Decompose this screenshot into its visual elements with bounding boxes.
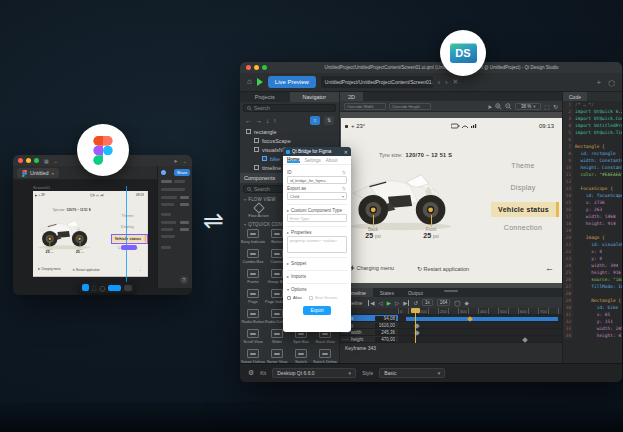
record-icon[interactable]: ◯ xyxy=(454,300,460,306)
close-icon[interactable]: ✕ xyxy=(344,149,348,155)
section-snippet[interactable]: ▸Snippet xyxy=(287,257,347,266)
reset-view-icon[interactable]: ↻ xyxy=(553,103,558,110)
design-tab[interactable] xyxy=(161,180,172,183)
track-lane[interactable] xyxy=(398,336,562,342)
track-value[interactable]: 1616,00 xyxy=(375,323,396,328)
dialog-titlebar[interactable]: Qt Bridge for Figma ✕ xyxy=(283,147,351,156)
track-lane[interactable] xyxy=(398,329,562,335)
charging-menu-button[interactable]: Charging menu xyxy=(38,267,61,270)
menu-item-connection[interactable]: Connection xyxy=(487,224,559,231)
zoom-out-icon[interactable] xyxy=(505,103,512,110)
code-lines[interactable]: 1/* … */2import QtQuick 6.23import QtQui… xyxy=(563,101,622,363)
tab-code[interactable]: Code xyxy=(563,92,587,101)
tab-settings[interactable]: Settings xyxy=(305,158,321,163)
component-page[interactable]: Page xyxy=(241,288,265,308)
go-forward-button[interactable]: › xyxy=(445,79,447,86)
tab-output[interactable]: Output xyxy=(401,288,430,297)
component-busy-indicator[interactable]: Busy Indicator xyxy=(241,228,265,248)
ds-design-canvas[interactable]: + 23° 09:13 Tyre size:120/70 – 12 51 S xyxy=(341,118,562,283)
menu-item-theme[interactable]: Theme xyxy=(487,162,559,169)
section-options[interactable]: ▾Options xyxy=(287,283,347,292)
tab-about[interactable]: About xyxy=(326,158,338,163)
section-imports[interactable]: ▸Imports xyxy=(287,270,347,279)
user-avatar[interactable] xyxy=(161,170,166,175)
curve-editor-icon[interactable]: ◆ xyxy=(464,300,468,306)
panel-drag-handle[interactable] xyxy=(444,290,458,292)
close-button[interactable] xyxy=(18,158,23,163)
playback-speed-value[interactable]: 1x xyxy=(422,299,433,306)
menu-item-theme[interactable]: Theme xyxy=(109,214,146,218)
properties-section[interactable]: ▸ Properties xyxy=(287,226,347,235)
component-scroll-view[interactable]: Scroll View xyxy=(241,328,265,348)
zoom-button[interactable] xyxy=(34,158,39,163)
jump-to-start-icon[interactable]: ◀ xyxy=(368,300,374,306)
tab-states[interactable]: States xyxy=(373,288,401,297)
restart-application-button[interactable]: ↻ Restart application xyxy=(417,265,469,272)
settings-gear-icon[interactable]: ⚙ xyxy=(248,369,254,377)
workspace-icon[interactable]: + xyxy=(597,78,602,87)
tree-item-focusScape[interactable]: focusScape xyxy=(240,136,339,145)
track-duration-bar[interactable] xyxy=(406,317,558,321)
move-down-icon[interactable]: ↓ xyxy=(266,117,269,124)
next-keyframe-icon[interactable]: ▷ xyxy=(395,300,399,306)
toolbar-more-button[interactable] xyxy=(124,285,132,291)
export-as-dropdown[interactable]: Child▾ xyxy=(287,192,347,200)
reverse-order-button[interactable]: ⇅ xyxy=(324,116,334,125)
component-flow-action[interactable]: Flow Action xyxy=(242,204,275,218)
frame-tool-button[interactable]: ⬚ xyxy=(92,285,97,291)
figma-file-breadcrumb[interactable]: Untitled ▾ xyxy=(17,168,59,178)
fit-to-screen-icon[interactable]: ⬚ xyxy=(544,103,550,110)
component-switch-delegate[interactable]: Switch Delegate xyxy=(313,348,337,363)
style-selector-dropdown[interactable]: Basic▾ xyxy=(379,368,445,378)
home-icon[interactable]: ⌂ xyxy=(247,78,252,86)
close-button[interactable] xyxy=(246,65,251,70)
minimize-button[interactable] xyxy=(254,65,259,70)
move-tool-icon[interactable]: ➤ xyxy=(174,158,178,164)
more-options-icon[interactable]: ◯ xyxy=(608,79,615,86)
start-screen-checkbox[interactable] xyxy=(309,296,313,300)
tab-navigator[interactable]: Navigator xyxy=(290,92,340,102)
restart-application-button[interactable]: ↻ Restart application xyxy=(73,267,100,271)
comment-tool-button[interactable]: ◯ xyxy=(99,285,105,291)
track-value[interactable]: 245,36 xyxy=(375,330,396,335)
track-lane[interactable] xyxy=(398,315,562,321)
loop-playback-icon[interactable]: ↺ xyxy=(413,300,418,306)
zoom-in-icon[interactable] xyxy=(495,103,502,110)
component-type-section[interactable]: ▸ Custom Component Type xyxy=(287,204,347,213)
select-mode-icon[interactable]: ➤ xyxy=(487,103,492,110)
menu-item-display[interactable]: Display xyxy=(109,225,146,229)
component-swipe-view[interactable]: Swipe View xyxy=(265,348,289,363)
minimize-button[interactable] xyxy=(26,158,31,163)
track-value[interactable]: 470,00 xyxy=(375,337,396,342)
kit-selector-dropdown[interactable]: Desktop Qt 6.6.0▾ xyxy=(272,368,356,378)
move-tool-button[interactable] xyxy=(82,284,89,291)
timeline-track-y[interactable]: •••y1616,00 xyxy=(340,322,562,329)
jump-to-end-icon[interactable]: ▶ xyxy=(403,300,409,306)
override-width-field[interactable]: Override Width xyxy=(344,103,386,110)
filter-toggle-button[interactable]: ≡ xyxy=(310,116,320,125)
track-header[interactable]: •••height470,00 xyxy=(340,336,398,342)
id-input[interactable]: id_bridge_for_figma xyxy=(287,176,347,184)
component-type-input[interactable]: Enter Type xyxy=(287,214,347,222)
current-frame-value[interactable]: 164 xyxy=(437,299,451,306)
track-lane[interactable] xyxy=(398,322,562,328)
share-button[interactable]: Share xyxy=(174,169,190,176)
run-project-button[interactable] xyxy=(257,78,263,86)
more-tools-icon[interactable]: ⌄ xyxy=(183,158,187,164)
main-menu-icon[interactable]: ▦ xyxy=(44,158,49,164)
override-height-field[interactable]: Override Height xyxy=(389,103,431,110)
ds-traffic-lights[interactable] xyxy=(246,65,267,70)
live-preview-button[interactable]: Live Preview xyxy=(268,76,316,88)
tree-item-rectangle[interactable]: rectangle xyxy=(240,127,339,136)
tab-projects[interactable]: Projects xyxy=(240,92,290,102)
keyframe-marker[interactable] xyxy=(522,337,528,343)
go-back-button[interactable]: ‹ xyxy=(438,79,440,86)
component-combo-box[interactable]: Combo Box xyxy=(241,248,265,268)
menu-item-display[interactable]: Display xyxy=(487,184,559,191)
back-arrow-button[interactable]: ← xyxy=(139,266,144,271)
navigator-search-input[interactable]: Search xyxy=(243,104,336,112)
timeline-track-x[interactable]: •••x94,08 xyxy=(340,315,562,322)
component-radio-button[interactable]: Radio Button xyxy=(241,308,265,328)
close-document-button[interactable]: ✕ xyxy=(453,78,459,86)
menu-item-vehicle-status[interactable]: Vehicle status xyxy=(491,202,559,217)
